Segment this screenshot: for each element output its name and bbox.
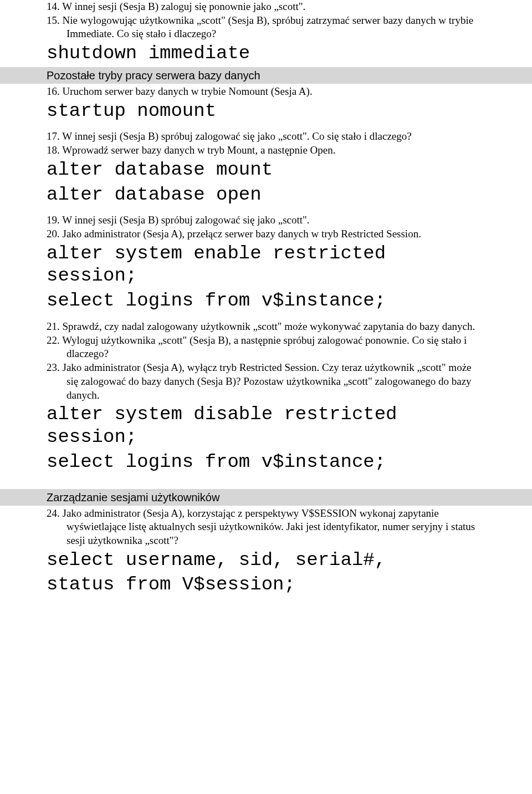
item-text: W innej sesji (Sesja B) spróbuj zalogowa… <box>62 130 412 142</box>
item-text: Wprowadź serwer bazy danych w tryb Mount… <box>62 144 335 156</box>
list-item: 24. Jako administrator (Sesja A), korzys… <box>47 507 485 548</box>
list-item: 16. Uruchom serwer bazy danych w trybie … <box>47 85 485 99</box>
code-block: status from V$session; <box>47 573 485 596</box>
list-item: 18. Wprowadź serwer bazy danych w tryb M… <box>47 144 485 157</box>
list-item: 21. Sprawdź, czy nadal zalogowany użytko… <box>47 320 485 334</box>
list-item: 17. W innej sesji (Sesja B) spróbuj zalo… <box>47 130 485 144</box>
item-number: 17. <box>47 130 60 142</box>
code-block: select username, sid, serial#, <box>47 549 485 572</box>
item-text: Sprawdź, czy nadal zalogowany użytkownik… <box>63 320 475 332</box>
code-block: alter system disable restricted session; <box>47 403 485 449</box>
code-block: shutdown immediate <box>47 42 485 65</box>
list-item: 23. Jako administrator (Sesja A), wyłącz… <box>47 361 485 402</box>
item-number: 24. <box>47 507 60 519</box>
code-block: select logins from v$instance; <box>47 289 485 312</box>
item-text: Nie wylogowując użytkownika „scott" (Ses… <box>63 14 474 40</box>
list-item: 14. W innej sesji (Sesja B) zaloguj się … <box>47 0 485 14</box>
list-item: 20. Jako administrator (Sesja A), przełą… <box>47 227 485 241</box>
document-body: 14. W innej sesji (Sesja B) zaloguj się … <box>0 0 532 620</box>
item-number: 23. <box>47 362 60 373</box>
item-text: Wyloguj użytkownika „scott" (Sesja B), a… <box>62 334 467 360</box>
item-text: Jako administrator (Sesja A), korzystają… <box>63 507 475 546</box>
item-text: W innej sesji (Sesja B) spróbuj zalogowa… <box>62 214 309 226</box>
item-number: 15. <box>47 14 60 26</box>
section-header: Pozostałe tryby pracy serwera bazy danyc… <box>0 67 532 84</box>
item-number: 19. <box>47 214 60 226</box>
item-text: W innej sesji (Sesja B) zaloguj się pono… <box>62 1 305 12</box>
item-number: 22. <box>47 334 60 346</box>
item-number: 18. <box>47 144 60 156</box>
code-block: alter system enable restricted session; <box>47 242 485 288</box>
item-number: 16. <box>47 85 60 97</box>
item-number: 20. <box>47 228 60 240</box>
item-text: Jako administrator (Sesja A), wyłącz try… <box>63 362 472 400</box>
list-item: 22. Wyloguj użytkownika „scott" (Sesja B… <box>47 334 485 361</box>
item-number: 14. <box>47 1 60 12</box>
item-number: 21. <box>47 320 60 332</box>
code-block: alter database mount <box>47 159 485 181</box>
item-text: Uruchom serwer bazy danych w trybie Nomo… <box>63 85 313 97</box>
section-header: Zarządzanie sesjami użytkowników <box>0 489 532 506</box>
list-item: 15. Nie wylogowując użytkownika „scott" … <box>47 14 485 41</box>
code-block: startup nomount <box>47 100 485 123</box>
item-text: Jako administrator (Sesja A), przełącz s… <box>63 228 421 240</box>
list-item: 19. W innej sesji (Sesja B) spróbuj zalo… <box>47 213 485 227</box>
code-block: select logins from v$instance; <box>47 451 485 474</box>
code-block: alter database open <box>47 184 485 206</box>
